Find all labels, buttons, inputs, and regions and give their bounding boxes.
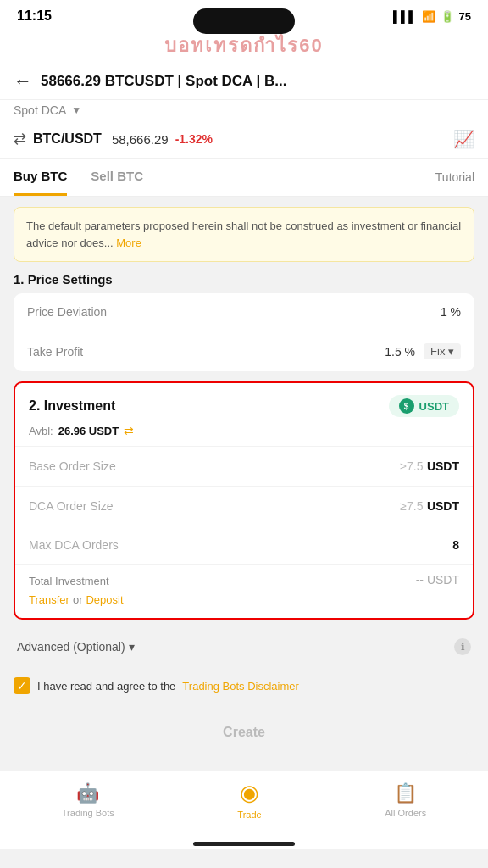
dca-order-unit: USDT xyxy=(427,499,459,513)
swap-icon: ⇄ xyxy=(14,130,26,148)
create-button[interactable]: Create xyxy=(14,711,474,754)
price-settings-title: 1. Price Settings xyxy=(14,272,474,287)
max-dca-label: Max DCA Orders xyxy=(29,538,119,552)
all-orders-icon: 📋 xyxy=(394,782,417,804)
agree-checkbox[interactable]: ✓ xyxy=(14,677,30,694)
battery-icon: 🔋 xyxy=(441,10,454,23)
main-content: The default parameters proposed herein s… xyxy=(0,197,488,764)
pair-price: 58,666.29 xyxy=(112,132,169,147)
trade-label: Trade xyxy=(237,810,261,820)
avbl-label: Avbl: xyxy=(29,425,53,437)
pair-name: BTC/USDT xyxy=(33,131,102,147)
price-deviation-value[interactable]: 1 % xyxy=(441,305,461,319)
checkbox-row: ✓ I have read and agree to the Trading B… xyxy=(14,674,474,698)
total-invest-value: -- USDT xyxy=(416,573,459,587)
investment-header: 2. Investment $ USDT xyxy=(15,383,473,424)
disclaimer-text: The default parameters proposed herein s… xyxy=(26,220,461,249)
fix-dropdown[interactable]: Fix ▾ xyxy=(424,343,461,359)
or-label: or xyxy=(73,593,83,606)
investment-section: 2. Investment $ USDT Avbl: 26.96 USDT ⇄ … xyxy=(14,381,474,620)
app-header: ← 58666.29 BTCUSDT | Spot DCA | B... xyxy=(0,64,488,100)
watermark: บอทเทรดกำไร60 xyxy=(0,29,488,64)
total-invest-label: Total Investment xyxy=(29,575,109,587)
wifi-icon: 📶 xyxy=(422,10,435,23)
usdt-badge[interactable]: $ USDT xyxy=(389,395,459,417)
price-deviation-label: Price Deviation xyxy=(27,305,107,319)
total-investment-row: Total Investment -- USDT xyxy=(15,564,473,592)
tab-sell-btc[interactable]: Sell BTC xyxy=(91,159,143,196)
advanced-row: Advanced (Optional) ▾ ℹ xyxy=(14,630,474,664)
nav-trading-bots[interactable]: 🤖 Trading Bots xyxy=(62,782,114,818)
tabs-row: Buy BTC Sell BTC Tutorial xyxy=(0,159,488,197)
max-dca-value: 8 xyxy=(452,538,459,552)
tab-buy-btc[interactable]: Buy BTC xyxy=(14,159,67,196)
dynamic-island xyxy=(193,8,295,34)
sub-header: Spot DCA ▼ xyxy=(0,100,488,124)
price-settings-card: Price Deviation 1 % Take Profit 1.5 % Fi… xyxy=(14,293,474,371)
status-time: 11:15 xyxy=(17,8,52,24)
avbl-row: Avbl: 26.96 USDT ⇄ xyxy=(15,424,473,446)
pair-change: -1.32% xyxy=(175,132,213,146)
advanced-label[interactable]: Advanced (Optional) ▾ xyxy=(17,640,135,654)
back-button[interactable]: ← xyxy=(14,70,32,92)
disclaimer-link[interactable]: Trading Bots Disclaimer xyxy=(182,680,299,693)
all-orders-label: All Orders xyxy=(385,808,426,818)
disclaimer-box: The default parameters proposed herein s… xyxy=(14,207,474,262)
signal-icon: ▌▌▌ xyxy=(393,10,417,23)
transfer-toggle-icon[interactable]: ⇄ xyxy=(124,424,134,437)
transfer-link[interactable]: Transfer xyxy=(29,593,69,606)
dca-order-size-row[interactable]: DCA Order Size ≥7.5 USDT xyxy=(15,486,473,526)
header-title: 58666.29 BTCUSDT | Spot DCA | B... xyxy=(41,73,474,90)
usdt-badge-label: USDT xyxy=(419,400,449,413)
deposit-link[interactable]: Deposit xyxy=(86,593,123,606)
pair-row: ⇄ BTC/USDT 58,666.29 -1.32% 📈 xyxy=(0,124,488,159)
spot-dca-label[interactable]: Spot DCA xyxy=(14,103,66,117)
base-order-min: ≥7.5 xyxy=(400,459,423,473)
max-dca-orders-row[interactable]: Max DCA Orders 8 xyxy=(15,526,473,564)
take-profit-label: Take Profit xyxy=(27,345,83,359)
home-indicator xyxy=(0,837,488,849)
status-icons: ▌▌▌ 📶 🔋 75 xyxy=(393,10,471,23)
disclaimer-more[interactable]: More xyxy=(116,236,141,249)
base-order-unit: USDT xyxy=(427,459,459,473)
take-profit-value[interactable]: 1.5 % xyxy=(385,345,415,359)
nav-trade[interactable]: ◉ Trade xyxy=(237,780,261,820)
investment-card: 2. Investment $ USDT Avbl: 26.96 USDT ⇄ … xyxy=(14,381,474,620)
tutorial-link[interactable]: Tutorial xyxy=(435,170,474,184)
chart-button[interactable]: 📈 xyxy=(453,129,474,149)
phone-container: 11:15 ▌▌▌ 📶 🔋 75 บอทเทรดกำไร60 ← 58666.2… xyxy=(0,0,488,868)
trading-bots-label: Trading Bots xyxy=(62,808,114,818)
transfer-deposit-links: Transfer or Deposit xyxy=(15,592,473,618)
info-icon[interactable]: ℹ xyxy=(454,638,471,655)
usdt-coin-icon: $ xyxy=(399,398,414,414)
investment-title: 2. Investment xyxy=(29,398,115,414)
bottom-nav: 🤖 Trading Bots ◉ Trade 📋 All Orders xyxy=(0,771,488,837)
base-order-label: Base Order Size xyxy=(29,459,116,473)
nav-all-orders[interactable]: 📋 All Orders xyxy=(385,782,426,818)
avbl-value: 26.96 USDT xyxy=(58,425,119,437)
home-bar xyxy=(193,842,295,846)
price-settings-section: 1. Price Settings Price Deviation 1 % Ta… xyxy=(14,272,474,371)
spot-dca-dropdown[interactable]: ▼ xyxy=(71,104,81,116)
dca-order-min: ≥7.5 xyxy=(400,499,423,513)
trade-icon: ◉ xyxy=(240,780,259,806)
price-deviation-row: Price Deviation 1 % xyxy=(14,293,474,331)
battery-level: 75 xyxy=(459,10,471,23)
take-profit-row: Take Profit 1.5 % Fix ▾ xyxy=(14,331,474,371)
trading-bots-icon: 🤖 xyxy=(76,782,99,804)
base-order-size-row[interactable]: Base Order Size ≥7.5 USDT xyxy=(15,446,473,486)
dca-order-label: DCA Order Size xyxy=(29,499,114,513)
checkbox-text: I have read and agree to the xyxy=(37,680,175,693)
